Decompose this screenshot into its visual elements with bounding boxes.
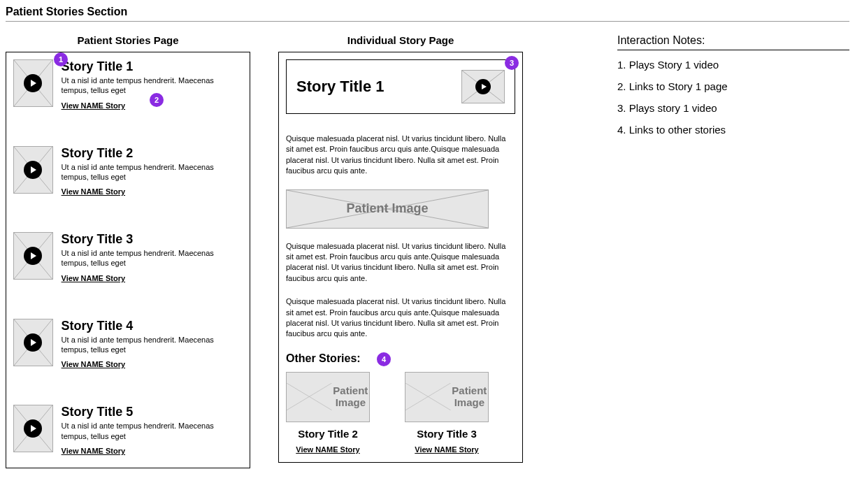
layout-columns: Patient Stories Page Story Title 1 Ut a … [6,34,849,468]
story-title: Story Title 3 [62,232,243,247]
story-link[interactable]: View NAME Story [62,360,126,368]
story-list-item: Story Title 2 Ut a nisl id ante tempus h… [13,146,243,198]
annotation-marker-4: 4 [377,352,391,366]
story-blurb: Ut a nisl id ante tempus hendrerit. Maec… [62,421,243,441]
story-title: Story Title 1 [62,59,243,74]
other-story-image-label: Patient Image [451,385,488,408]
placeholder-x-icon [287,383,332,410]
play-icon[interactable] [24,333,42,352]
hero-video-thumbnail[interactable] [461,70,505,103]
interaction-note-item: 1. Plays Story 1 video [617,59,849,71]
placeholder-x-icon [405,383,451,410]
other-story-title: Story Title 3 [405,428,489,440]
story-thumbnail[interactable] [13,232,53,280]
other-stories-section: Other Stories: 4 Patient Image Story Tit… [286,352,515,455]
play-icon[interactable] [24,247,42,265]
other-story-link[interactable]: View NAME Story [415,445,479,454]
story-text-block: Story Title 2 Ut a nisl id ante tempus h… [62,146,243,198]
other-story-link[interactable]: View NAME Story [296,445,360,454]
story-blurb: Ut a nisl id ante tempus hendrerit. Maec… [62,335,243,355]
stories-list-panel: Story Title 1 Ut a nisl id ante tempus h… [6,52,250,468]
patient-image-placeholder: Patient Image [286,189,489,229]
stories-list-heading: Patient Stories Page [6,34,250,46]
story-blurb: Ut a nisl id ante tempus hendrerit. Maec… [62,248,243,268]
play-icon[interactable] [475,79,491,94]
story-text-block: Story Title 4 Ut a nisl id ante tempus h… [62,319,243,370]
other-story-card: Patient Image Story Title 2 View NAME St… [286,372,370,455]
story-body-paragraph: Quisque malesuada placerat nisl. Ut vari… [286,241,515,285]
story-text-block: Story Title 3 Ut a nisl id ante tempus h… [62,232,243,284]
interaction-notes-column: Interaction Notes: 1. Plays Story 1 vide… [617,34,849,145]
story-thumbnail[interactable] [13,319,53,366]
story-link[interactable]: View NAME Story [62,274,126,282]
story-list-item: Story Title 5 Ut a nisl id ante tempus h… [13,405,243,456]
story-title: Story Title 2 [62,146,243,161]
interaction-note-item: 3. Plays story 1 video [617,102,849,114]
story-list-item: Story Title 1 Ut a nisl id ante tempus h… [13,59,243,111]
other-story-title: Story Title 2 [286,428,370,440]
other-story-card: Patient Image Story Title 3 View NAME St… [405,372,489,455]
story-link[interactable]: View NAME Story [62,101,126,110]
play-icon[interactable] [24,161,42,179]
hero-title: Story Title 1 [296,78,385,96]
story-text-block: Story Title 5 Ut a nisl id ante tempus h… [62,405,243,456]
other-story-image[interactable]: Patient Image [405,372,489,422]
story-title: Story Title 4 [62,319,243,333]
story-link[interactable]: View NAME Story [62,187,126,196]
story-thumbnail[interactable] [13,59,53,107]
page-title: Patient Stories Section [6,6,849,22]
play-icon[interactable] [24,419,42,438]
interaction-notes-list: 1. Plays Story 1 video 2. Links to Story… [617,59,849,136]
story-link[interactable]: View NAME Story [62,447,126,455]
individual-story-heading: Individual Story Page [278,34,523,46]
story-body-paragraph: Quisque malesuada placerat nisl. Ut vari… [286,134,515,177]
annotation-marker-3: 3 [505,56,519,70]
story-thumbnail[interactable] [13,405,53,452]
individual-story-column: Individual Story Page Story Title 1 3 Qu… [278,34,523,463]
other-stories-title: Other Stories: [286,352,361,365]
story-body-paragraph: Quisque malesuada placerat nisl. Ut vari… [286,296,515,340]
patient-image-label: Patient Image [346,201,428,216]
story-list-item: Story Title 4 Ut a nisl id ante tempus h… [13,319,243,370]
interaction-notes-title: Interaction Notes: [617,34,849,50]
interaction-note-item: 4. Links to other stories [617,124,849,136]
story-list-item: Story Title 3 Ut a nisl id ante tempus h… [13,232,243,284]
story-thumbnail[interactable] [13,146,53,194]
play-icon[interactable] [24,74,42,92]
annotation-marker-1: 1 [54,52,68,66]
other-stories-row: Patient Image Story Title 2 View NAME St… [286,372,515,455]
annotation-marker-2: 2 [150,93,164,107]
interaction-note-item: 2. Links to Story 1 page [617,80,849,92]
other-story-image[interactable]: Patient Image [286,372,370,422]
individual-story-panel: Story Title 1 3 Quisque malesuada placer… [278,52,523,463]
story-blurb: Ut a nisl id ante tempus hendrerit. Maec… [62,75,243,96]
story-blurb: Ut a nisl id ante tempus hendrerit. Maec… [62,162,243,182]
other-story-image-label: Patient Image [332,385,369,408]
story-hero: Story Title 1 3 [286,59,515,114]
stories-list-column: Patient Stories Page Story Title 1 Ut a … [6,34,250,468]
story-title: Story Title 5 [62,405,243,419]
